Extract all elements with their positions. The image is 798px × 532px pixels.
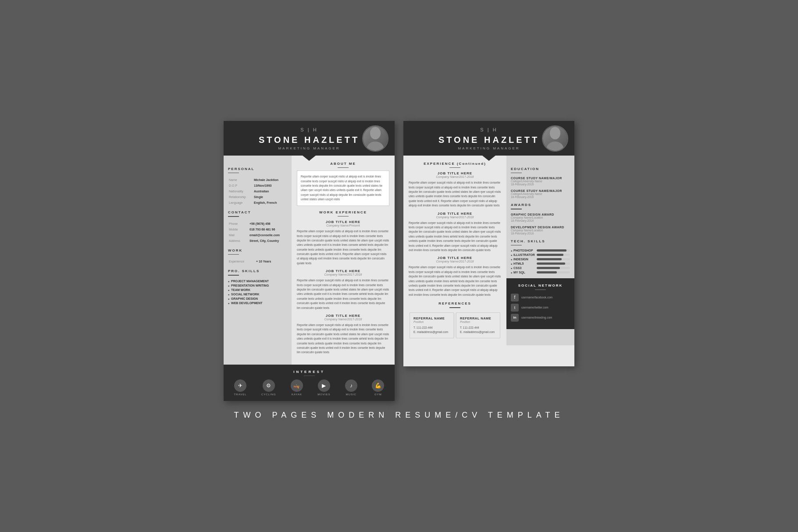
contact-phone-row: Phone +56 (5678) 456 xyxy=(229,221,286,226)
pro-skills-section-title: PRO. SKILLS xyxy=(228,269,287,273)
header-photo-2 xyxy=(542,125,568,152)
tech-skill-indesign: INDESIGN xyxy=(511,258,570,261)
award1: GRAPHIC DESIGN AWARD Company Name/Locati… xyxy=(511,213,570,222)
edu1-course: COURSE STUDY NAME/MAJOR xyxy=(511,177,570,180)
job1-company: Company Name/Present xyxy=(297,224,389,227)
pro-skills-divider xyxy=(228,275,239,276)
svg-point-3 xyxy=(546,142,564,152)
about-section-title: ABOUT ME xyxy=(297,162,389,166)
tech-skills-title: TECH. SKILLS xyxy=(511,239,570,243)
skill-social-network: SOCIAL NETWORK xyxy=(228,292,287,297)
p2-job1-description: Reportie ullam corper suscpit nislis ut … xyxy=(409,181,501,208)
page1: S | H STONE HAZLETT MARKETING MANAGER PE… xyxy=(224,121,395,401)
contact-address-label: Address xyxy=(229,238,249,243)
personal-language-row: Language English, French xyxy=(229,200,286,205)
personal-name-value: Michale Jacktion xyxy=(254,177,286,182)
tech-skill-indesign-name: INDESIGN xyxy=(511,258,535,261)
work-divider xyxy=(228,254,239,255)
edu2-school: College/University Name xyxy=(511,192,570,195)
page1-right-panel: ABOUT ME Reportie ullam corper suscpit n… xyxy=(292,156,395,365)
social-divider xyxy=(535,289,546,290)
contact-mobile-row: Mobile 016 793 68 481 96 xyxy=(229,227,286,232)
p2-job3-title: JOB TITLE HERE xyxy=(409,256,501,260)
cycling-label: CYCLING xyxy=(261,393,276,396)
tech-skill-photoshop-bar xyxy=(537,249,570,252)
education-divider xyxy=(511,173,522,174)
award2-name: DEVELOPMENT DESIGN AWARD xyxy=(511,226,570,229)
social-linkedin: in username/linkeding.com xyxy=(511,314,570,322)
job1: JOB TITLE HERE Company Name/Present Repo… xyxy=(297,220,389,266)
job3-title: JOB TITLE HERE xyxy=(297,314,389,318)
edu2: COURSE STUDY NAME/MAJOR College/Universi… xyxy=(511,189,570,199)
page2-right: EDUCATION COURSE STUDY NAME/MAJOR Colleg… xyxy=(506,156,574,346)
svg-point-0 xyxy=(370,127,381,139)
social-twitter: t username/twitter.com xyxy=(511,304,570,312)
header-accent-1 xyxy=(303,156,316,161)
page2-left: EXPERIENCE (Continued) JOB TITLE HERE Co… xyxy=(403,156,506,346)
tech-skill-illustrator-bar xyxy=(537,254,570,256)
movies-label: MOVIES xyxy=(317,393,330,396)
contact-address-value: Street, City, Country xyxy=(249,238,286,243)
tech-skill-illustrator-name: ILLUSTRATOR xyxy=(511,253,535,256)
tech-skill-css3-name: CSS3 xyxy=(511,266,535,270)
award2: DEVELOPMENT DESIGN AWARD Company Name/Lo… xyxy=(511,226,570,235)
contact-divider xyxy=(228,216,239,217)
tech-skill-illustrator: ILLUSTRATOR xyxy=(511,253,570,256)
contact-mobile-label: Mobile xyxy=(229,227,249,232)
social-section: SOCiAL NETWORK f username/facebook.com t… xyxy=(506,278,574,329)
personal-nationality-row: Nationality Australian xyxy=(229,189,286,194)
travel-icon: ✈ xyxy=(234,379,246,392)
job2: JOB TITLE HERE Company Name/2017-2018 Re… xyxy=(297,269,389,310)
page2-header: S | H STONE HAZLETT MARKETING MANAGER xyxy=(403,121,574,156)
interest-kayak: 🛶 KAYAK xyxy=(291,379,303,396)
ref1-phone: T. 111-222-444 xyxy=(413,326,450,330)
education-title: EDUCATION xyxy=(511,167,570,171)
interest-gym: 💪 GYM xyxy=(372,379,384,396)
award1-date: 18-February-2018 xyxy=(511,219,570,222)
skill-project-management: PROJECT MANAGEMENT xyxy=(228,279,287,284)
travel-label: TRAVEL xyxy=(234,393,247,396)
svg-point-2 xyxy=(550,127,560,139)
interest-movies: ▶ MOVIES xyxy=(317,379,330,396)
job1-description: Reportie ullam corper suscpit nislis ut … xyxy=(297,229,389,266)
work-experience-value: + 10 Years xyxy=(256,259,286,264)
personal-nationality-value: Australian xyxy=(254,189,286,194)
music-label: MUSIC xyxy=(346,393,356,396)
job2-company: Company Name/2017-2018 xyxy=(297,273,389,276)
edu1-school: College/University Name xyxy=(511,180,570,183)
personal-divider xyxy=(228,173,239,174)
ref2-name: REFERRAL NAME xyxy=(460,316,496,320)
ref2-email: E. mailaddress@gmail.com xyxy=(460,330,496,334)
contact-mail-row: Mail email@conselie.com xyxy=(229,233,286,238)
award2-company: Company Name/Location xyxy=(511,229,570,232)
ref2-position: Position xyxy=(460,320,496,323)
linkedin-url: username/linkeding.com xyxy=(521,316,552,319)
skill-team-work: TEAM WORK xyxy=(228,288,287,292)
personal-relationship-row: Relationship Single xyxy=(229,195,286,199)
p2-job2-title: JOB TITLE HERE xyxy=(409,212,501,216)
tech-skills-divider xyxy=(511,245,522,246)
page2-body: EXPERIENCE (Continued) JOB TITLE HERE Co… xyxy=(403,156,574,346)
page1-left-panel: PERSONAL Name Michale Jacktion D.O.P 13/… xyxy=(224,156,292,365)
interest-cycling: ⚙ CYCLING xyxy=(261,379,276,396)
pages-container: S | H STONE HAZLETT MARKETING MANAGER PE… xyxy=(224,121,574,401)
references-divider xyxy=(449,307,460,308)
job2-title: JOB TITLE HERE xyxy=(297,269,389,273)
reference-1: REFERRAL NAME Position T. 111-222-444 E.… xyxy=(410,312,454,339)
facebook-url: username/facebook.com xyxy=(521,296,552,299)
references-container: REFERRAL NAME Position T. 111-222-444 E.… xyxy=(409,312,501,340)
tech-skill-html5-name: HTML5 xyxy=(511,262,535,265)
personal-dop-value: 13/Nov/1993 xyxy=(254,183,286,188)
work-experience-row: Experience + 10 Years xyxy=(229,259,286,264)
references-title: REFERENCES xyxy=(409,301,501,305)
twitter-icon: t xyxy=(511,304,519,312)
contact-phone-value: +56 (5678) 456 xyxy=(249,221,286,226)
edu2-date: 18-February-2018 xyxy=(511,195,570,199)
personal-language-label: Language xyxy=(229,200,253,205)
edu1: COURSE STUDY NAME/MAJOR College/Universi… xyxy=(511,177,570,186)
p2-job3-company: Company Name/2017-2018 xyxy=(409,260,501,263)
edu2-course: COURSE STUDY NAME/MAJOR xyxy=(511,189,570,192)
contact-mail-value: email@conselie.com xyxy=(249,233,286,238)
interest-icons-row: ✈ TRAVEL ⚙ CYCLING 🛶 KAYAK ▶ MOVIES ♪ xyxy=(228,379,390,396)
personal-dop-row: D.O.P 13/Nov/1993 xyxy=(229,183,286,188)
